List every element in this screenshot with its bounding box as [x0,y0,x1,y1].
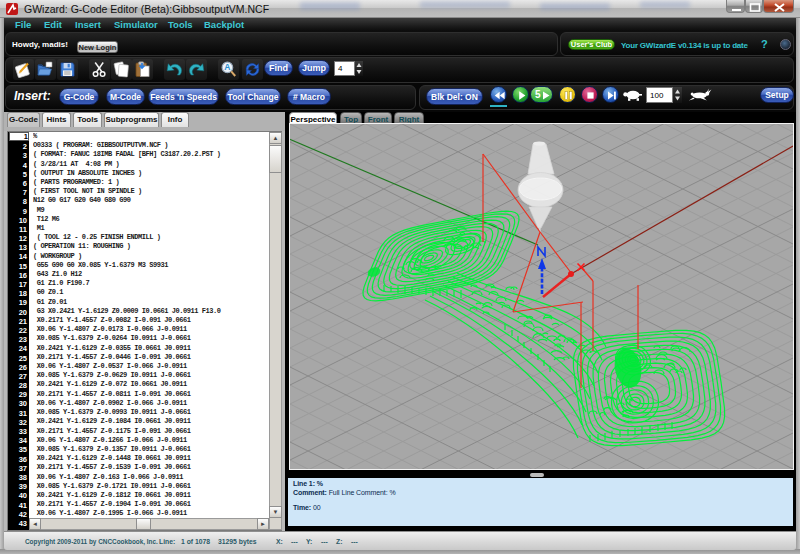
svg-text:A: A [224,62,230,72]
